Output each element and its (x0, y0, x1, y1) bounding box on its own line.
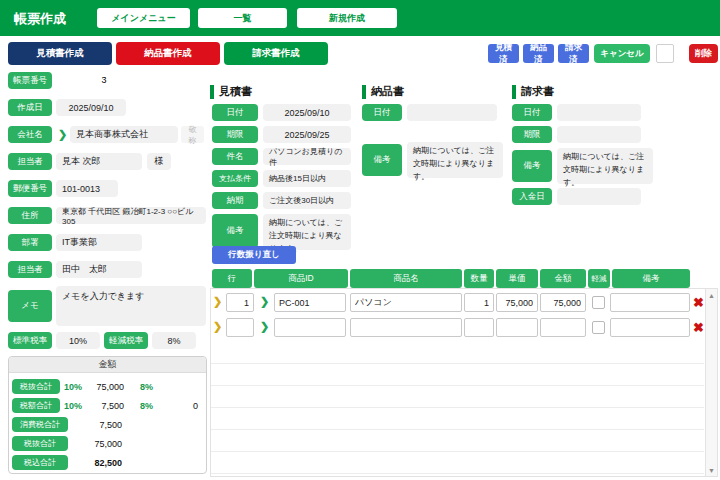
contact-suffix-field[interactable]: 様 (147, 153, 171, 170)
row1-note-input[interactable] (610, 293, 690, 312)
row2-delete-icon[interactable]: ✖ (693, 321, 704, 334)
row1-amount-input[interactable] (540, 293, 586, 312)
row1-product-id-input[interactable] (274, 293, 346, 312)
created-date-field[interactable]: 2025/09/10 (56, 99, 126, 116)
department-label: 部署 (8, 234, 52, 251)
estimate-section-title: 見積書 (210, 84, 252, 99)
estimate-payment-label: 支払条件 (212, 170, 258, 187)
list-button[interactable]: 一覧 (198, 8, 287, 28)
delivery-date-field[interactable] (407, 104, 497, 121)
estimate-delivery-field[interactable]: ご注文後30日以内 (263, 192, 351, 209)
reduced-rate-field[interactable]: 8% (152, 332, 196, 349)
col-header-unit-price: 単価 (496, 269, 538, 288)
invoice-deposit-label: 入金日 (512, 188, 552, 205)
consumption-tax-total-value: 7,500 (72, 420, 122, 430)
create-estimate-button[interactable]: 見積書作成 (8, 42, 112, 65)
estimate-payment-field[interactable]: 納品後15日以内 (263, 170, 351, 187)
main-menu-button[interactable]: メインメニュー (97, 8, 190, 28)
estimate-done-badge[interactable]: 見積済 (488, 44, 519, 63)
company-field[interactable]: 見本商事株式会社 (70, 126, 178, 143)
empty-row (211, 364, 704, 386)
row2-reduced-tax-checkbox[interactable] (592, 321, 605, 334)
excl-tax-rate1: 10% (64, 382, 82, 392)
memo-field[interactable]: メモを入力できます (56, 286, 206, 326)
delivery-section-title: 納品書 (362, 84, 404, 99)
contact-field[interactable]: 見本 次郎 (56, 153, 142, 170)
cancel-button[interactable]: キャンセル (594, 44, 650, 63)
renumber-rows-button[interactable]: 行数振り直し (212, 246, 296, 264)
delivery-done-badge[interactable]: 納品済 (523, 44, 554, 63)
created-date-label: 作成日 (8, 99, 52, 116)
create-invoice-button[interactable]: 請求書作成 (224, 42, 328, 65)
invoice-title-bar (512, 85, 516, 99)
invoice-notes-label: 備考 (512, 150, 552, 182)
row2-note-input[interactable] (610, 318, 690, 337)
invoice-deposit-field[interactable] (557, 188, 641, 205)
empty-row (211, 342, 704, 364)
row2-select-icon[interactable]: ❯ (213, 321, 222, 332)
tax-rate1: 10% (64, 401, 82, 411)
row2-unit-price-input[interactable] (496, 318, 538, 337)
consumption-tax-total-label: 消費税合計 (12, 417, 68, 432)
row1-select-icon[interactable]: ❯ (213, 296, 222, 307)
invoice-due-label: 期限 (512, 126, 552, 143)
row2-product-lookup-icon[interactable]: ❯ (260, 321, 269, 332)
create-delivery-button[interactable]: 納品書作成 (116, 42, 220, 65)
reduced-rate-label: 軽減税率 (104, 332, 148, 349)
estimate-notes-label: 備考 (212, 214, 258, 248)
row2-line-input[interactable] (226, 318, 254, 337)
delivery-notes-field[interactable]: 納期については、ご注文時期により異なります。 (407, 142, 503, 178)
row1-product-name-input[interactable] (350, 293, 462, 312)
items-scrollbar[interactable]: ▲ ▼ (705, 289, 717, 476)
invoice-due-field[interactable] (557, 126, 641, 143)
row2-product-id-input[interactable] (274, 318, 346, 337)
form-number-value: 3 (84, 75, 124, 85)
standard-rate-field[interactable]: 10% (56, 332, 100, 349)
col-header-amount: 金額 (540, 269, 586, 288)
tax-value2: 0 (164, 401, 198, 411)
delete-button[interactable]: 削除 (689, 44, 718, 63)
honorific-button[interactable]: 敬称 (181, 126, 204, 143)
department-field[interactable]: IT事業部 (56, 234, 142, 251)
excl-tax-rate2: 8% (140, 382, 153, 392)
person-field[interactable]: 田中 太郎 (56, 261, 142, 278)
company-lookup-icon[interactable]: ❯ (58, 129, 67, 140)
row1-delete-icon[interactable]: ✖ (693, 296, 704, 309)
row1-unit-price-input[interactable] (496, 293, 538, 312)
scroll-up-icon[interactable]: ▲ (706, 289, 717, 301)
zip-field[interactable]: 101-0013 (56, 180, 118, 197)
subtotal-excl-tax-label: 税抜合計 (12, 436, 68, 451)
address-field[interactable]: 東京都 千代田区 鍛冶町1-2-3 ○○ビル305 (56, 207, 206, 224)
scroll-down-icon[interactable]: ▼ (706, 464, 717, 476)
empty-row (211, 386, 704, 408)
col-header-note: 備考 (612, 269, 690, 288)
total-incl-tax-value: 82,500 (72, 458, 122, 468)
cancel-checkbox[interactable] (656, 44, 674, 63)
new-button[interactable]: 新規作成 (297, 8, 397, 28)
delivery-date-label: 日付 (362, 104, 402, 121)
invoice-notes-field[interactable]: 納期については、ご注文時期により異なります。 (557, 148, 653, 184)
excl-tax-total-label: 税抜合計 (12, 379, 60, 394)
app-window: 帳票作成 メインメニュー 一覧 新規作成 見積書作成 納品書作成 請求書作成 見… (0, 0, 720, 480)
empty-row (211, 408, 704, 430)
row2-product-name-input[interactable] (350, 318, 462, 337)
row1-line-input[interactable] (226, 293, 254, 312)
row1-reduced-tax-checkbox[interactable] (592, 296, 605, 309)
estimate-date-field[interactable]: 2025/09/10 (263, 104, 351, 121)
invoice-date-label: 日付 (512, 104, 552, 121)
row1-qty-input[interactable] (464, 293, 494, 312)
row2-qty-input[interactable] (464, 318, 494, 337)
estimate-notes-field[interactable]: 納期については、ご注文時期により異なります。 (263, 214, 351, 250)
invoice-done-badge[interactable]: 請求済 (558, 44, 589, 63)
excl-tax-value1: 75,000 (84, 382, 124, 392)
amounts-title: 金額 (9, 357, 206, 373)
estimate-due-field[interactable]: 2025/09/25 (263, 126, 351, 143)
estimate-delivery-label: 納期 (212, 192, 258, 209)
row2-amount-input[interactable] (540, 318, 586, 337)
invoice-date-field[interactable] (557, 104, 641, 121)
estimate-title-bar (210, 85, 214, 99)
row1-product-lookup-icon[interactable]: ❯ (260, 296, 269, 307)
col-header-line: 行 (212, 269, 252, 288)
page-title: 帳票作成 (14, 10, 66, 28)
estimate-subject-field[interactable]: パソコンお見積りの件 (263, 148, 351, 165)
